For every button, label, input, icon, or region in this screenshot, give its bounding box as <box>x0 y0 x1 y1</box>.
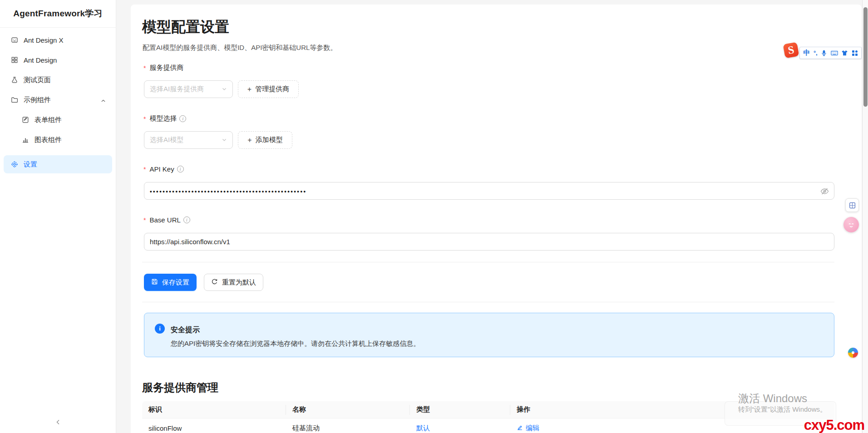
toolbox-grid-icon[interactable] <box>852 50 858 56</box>
sidebar-item-ant-design-x[interactable]: Ant Design X <box>4 31 112 49</box>
required-asterisk: * <box>143 115 146 123</box>
model-select[interactable]: 选择AI模型 <box>144 131 233 149</box>
page-subtitle: 配置AI模型的服务提供商、模型ID、API密钥和基础URL等参数。 <box>143 44 337 52</box>
provider-select-placeholder: 选择AI服务提供商 <box>150 85 204 93</box>
chinese-mode-icon[interactable]: 中 <box>803 49 810 57</box>
base-url-input[interactable]: https://api.siliconflow.cn/v1 <box>144 233 834 251</box>
scrollbar-thumb[interactable] <box>863 7 868 107</box>
column-header-name: 名称 <box>286 401 410 418</box>
api-key-label: * API Key i <box>143 165 184 173</box>
required-asterisk: * <box>143 166 146 173</box>
sidebar-collapse-button[interactable] <box>0 415 116 429</box>
bar-chart-icon <box>22 136 29 143</box>
info-icon[interactable]: i <box>183 216 190 223</box>
info-icon[interactable]: i <box>179 115 186 122</box>
punctuation-icon[interactable]: °, <box>814 49 818 56</box>
sidebar-item-label: 图表组件 <box>35 136 62 144</box>
chevron-down-icon <box>222 85 227 93</box>
sidebar: AgentFramework学习 Ant Design X Ant Design… <box>0 0 116 433</box>
form-icon <box>22 116 29 123</box>
model-select-placeholder: 选择AI模型 <box>150 136 183 144</box>
sidebar-item-label: Ant Design <box>24 56 57 64</box>
edit-provider-link[interactable]: 编辑 <box>517 424 539 433</box>
model-label: * 模型选择 i <box>143 114 186 123</box>
experiment-icon <box>11 76 18 84</box>
info-filled-icon: i <box>155 324 165 334</box>
sidebar-item-form-components[interactable]: 表单组件 <box>4 111 112 129</box>
microphone-icon[interactable] <box>821 50 827 56</box>
appstore-icon <box>11 56 18 64</box>
sidebar-item-chart-components[interactable]: 图表组件 <box>4 131 112 149</box>
scrollbar-track[interactable] <box>862 0 868 433</box>
api-key-masked-value: ••••••••••••••••••••••••••••••••••••••••… <box>150 188 307 195</box>
manage-provider-button[interactable]: + 管理提供商 <box>238 80 299 98</box>
assistant-avatar[interactable] <box>843 217 859 232</box>
chevron-up-icon[interactable] <box>101 97 106 105</box>
column-header-type: 类型 <box>410 401 510 418</box>
required-asterisk: * <box>143 216 146 224</box>
cell-provider-id: siliconFlow <box>142 418 286 433</box>
skin-shirt-icon[interactable] <box>841 50 848 56</box>
app-title: AgentFramework学习 <box>0 0 116 28</box>
folder-icon <box>11 96 18 103</box>
column-header-id: 标识 <box>142 401 286 418</box>
app-root: AgentFramework学习 Ant Design X Ant Design… <box>0 0 868 433</box>
info-icon[interactable]: i <box>177 166 184 172</box>
plus-icon: + <box>247 86 252 93</box>
eye-invisible-icon[interactable] <box>820 187 829 196</box>
sidebar-menu: Ant Design X Ant Design 测试页面 示例组件 <box>0 28 116 173</box>
reset-default-button[interactable]: 重置为默认 <box>204 274 263 291</box>
base-url-value: https://api.siliconflow.cn/v1 <box>150 238 230 246</box>
add-model-button[interactable]: + 添加模型 <box>238 131 292 149</box>
robot-face-icon <box>11 36 18 44</box>
alert-title: 安全提示 <box>171 325 200 335</box>
sidebar-item-example-components[interactable]: 示例组件 <box>4 91 112 109</box>
edit-pencil-icon <box>517 424 523 432</box>
page-title: 模型配置设置 <box>142 17 229 37</box>
divider <box>142 262 834 262</box>
save-icon <box>151 278 158 286</box>
float-window-button[interactable] <box>845 198 859 212</box>
divider <box>142 302 834 302</box>
reload-icon <box>211 278 218 286</box>
default-type-link[interactable]: 默认 <box>416 424 430 433</box>
provider-select[interactable]: 选择AI服务提供商 <box>144 80 233 98</box>
sidebar-item-settings[interactable]: 设置 <box>4 155 112 173</box>
settings-page: 模型配置设置 配置AI模型的服务提供商、模型ID、API密钥和基础URL等参数。… <box>131 5 862 433</box>
ime-toolbar: 中 °, <box>799 47 862 59</box>
provider-management-title: 服务提供商管理 <box>142 380 218 395</box>
required-asterisk: * <box>143 64 146 72</box>
sogou-ime-logo[interactable]: S <box>783 42 799 59</box>
save-settings-button[interactable]: 保存设置 <box>144 274 197 291</box>
plus-icon: + <box>247 137 252 144</box>
alert-description: 您的API密钥将安全存储在浏览器本地存储中。请勿在公共计算机上保存敏感信息。 <box>171 340 420 348</box>
provider-label: * 服务提供商 <box>143 64 183 72</box>
base-url-label: * Base URL i <box>143 216 190 224</box>
site-badge: cxy5.com <box>804 417 864 433</box>
api-key-input[interactable]: ••••••••••••••••••••••••••••••••••••••••… <box>144 182 834 200</box>
sidebar-item-label: 表单组件 <box>35 116 62 124</box>
security-alert: i 安全提示 您的API密钥将安全存储在浏览器本地存储中。请勿在公共计算机上保存… <box>144 313 834 357</box>
chevron-down-icon <box>222 136 227 144</box>
activate-windows-text: 激活 Windows <box>738 391 807 406</box>
activate-windows-hint: 转到“设置”以激活 Windows。 <box>738 405 827 414</box>
gear-icon <box>11 161 18 168</box>
extension-pinwheel-icon[interactable] <box>848 348 858 358</box>
sidebar-item-label: 测试页面 <box>24 76 51 84</box>
sidebar-item-label: Ant Design X <box>24 36 64 44</box>
sidebar-item-test-page[interactable]: 测试页面 <box>4 71 112 89</box>
keyboard-icon[interactable] <box>831 50 838 56</box>
sidebar-item-label: 设置 <box>24 160 37 169</box>
sidebar-item-label: 示例组件 <box>24 96 51 104</box>
cell-provider-name: 硅基流动 <box>286 418 410 433</box>
sidebar-item-ant-design[interactable]: Ant Design <box>4 51 112 69</box>
